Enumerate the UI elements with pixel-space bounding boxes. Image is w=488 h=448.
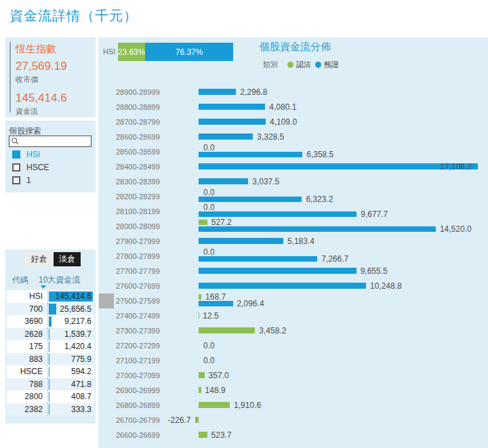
legend-title: 類別 [263,60,278,70]
put-bar[interactable] [199,402,230,408]
column-header-top10-flow[interactable]: 10大資金流 [39,274,80,286]
category-axis-label: 28300-28399 [116,174,190,189]
stock-code: 788 [7,380,43,389]
category-axis-label: 27800-27899 [116,249,190,264]
bear-bar[interactable] [199,89,236,95]
flow-value-cell: 1,420.4 [47,340,93,353]
table-row[interactable]: 1751,420.4 [7,340,94,353]
chart-category-row: 27400-2749912.5 [98,308,488,323]
bear-bar[interactable] [199,256,317,262]
table-row[interactable]: HSI145,414.6 [7,290,94,303]
fund-flow-label: 資金流 [16,106,38,117]
flow-value: 594.2 [71,365,92,378]
data-label: -226.7 [160,415,191,425]
data-label: 10,248.8 [370,281,402,291]
card-accent-line [9,42,11,113]
flow-data-bar [49,367,49,378]
data-label: 9,655.5 [361,266,388,276]
bear-bar[interactable] [199,134,253,140]
bear-bar[interactable] [199,238,283,244]
bear-bar[interactable] [199,104,265,110]
data-label: 527.2 [211,218,232,227]
fund-flow-value: 145,414.6 [16,91,67,105]
category-axis-label: 27000-27099 [116,368,190,383]
category-axis-label: 28800-28899 [116,100,190,115]
dashboard: 資金流詳情（千元） 恆生指數 27,569.19 收市價 145,414.6 資… [0,0,488,448]
stock-code: HSI [7,291,43,301]
bear-bar[interactable] [199,226,436,232]
category-axis-label: 27500-27599 [116,293,190,308]
legend-item-bear[interactable]: 熊證 [311,60,339,70]
stock-code: HSCE [7,367,43,376]
bear-bar[interactable] [199,197,302,202]
category-axis-label: 26600-26699 [116,428,190,443]
flow-data-bar [49,379,49,390]
top10-flow-table: HSI145,414.670025,656.536909,217.626281,… [7,290,94,415]
data-label: 4,109.0 [270,117,297,127]
chart-category-row: 26600-26699523.7 [98,428,488,443]
short-position-button[interactable]: 淡倉 [54,252,81,266]
search-box[interactable] [9,136,92,147]
data-label: 148.9 [205,386,226,395]
flow-value: 775.9 [71,353,92,366]
bear-bar[interactable] [199,119,266,125]
table-row[interactable]: 2800408.7 [7,390,94,403]
category-axis-label: 28600-28699 [116,129,190,144]
bear-bar[interactable] [199,301,233,306]
flow-value-cell: 25,656.5 [47,303,93,316]
table-row[interactable]: 883775.9 [7,353,94,366]
put-bar[interactable] [199,387,201,393]
chart-category-row: 26700-26799-226.7 [98,413,488,428]
data-label: 0.0 [203,203,215,212]
bear-bar[interactable] [199,211,357,217]
table-row[interactable]: 2382333.3 [7,403,94,416]
put-bar[interactable] [199,312,199,319]
table-row[interactable]: 788471.8 [7,378,94,391]
bear-bar[interactable] [199,178,248,184]
chart-category-row: 28500-285990.06,358.5 [98,144,488,159]
stock-code: 175 [7,342,43,351]
put-bar[interactable] [199,432,207,438]
put-bar[interactable] [195,417,199,423]
sort-desc-triangle-icon[interactable] [41,285,46,289]
data-label: 6,358.5 [306,150,333,159]
table-row[interactable]: HSCE594.2 [7,365,94,378]
ratio-segment-熊證: 76.37% [145,43,233,61]
table-row[interactable]: 36909,217.6 [7,315,94,328]
put-bar[interactable] [199,294,201,300]
bear-bar[interactable] [199,152,302,157]
stock-filter-item-hsce[interactable]: HSCE [12,162,49,172]
table-row[interactable]: 70025,656.5 [7,303,94,316]
put-bar[interactable] [199,327,255,333]
category-axis-label: 28400-28499 [116,159,190,174]
bear-bar[interactable] [199,268,357,274]
data-label: 5,183.4 [287,237,314,246]
search-input[interactable] [20,137,87,146]
put-bar[interactable] [199,220,207,225]
flow-value-cell: 594.2 [47,365,93,378]
chart-category-row: 27200-272990.0 [98,338,488,353]
chart-title: 個股資金流分佈 [260,41,331,54]
data-label: 0.0 [203,143,215,152]
stock-code: 883 [7,354,43,364]
chart-category-row: 27700-277999,655.5 [98,264,488,279]
put-bar[interactable] [199,372,205,378]
checkbox-unchecked-icon[interactable] [12,176,20,184]
legend-item-put[interactable]: 認沽 [283,60,311,70]
flow-data-bar [49,317,52,327]
chart-category-row: 28200-282990.06,323.2 [98,189,488,204]
chart-category-row: 28600-286993,328.5 [98,129,488,144]
flow-value: 333.3 [71,403,92,416]
stock-filter-label: HSCE [26,163,49,172]
table-row[interactable]: 26281,539.7 [7,328,94,341]
flow-value-cell: 1,539.7 [47,328,93,341]
stock-filter-item-hsi[interactable]: HSI [12,149,40,159]
bear-bar[interactable] [199,163,478,169]
checkbox-unchecked-icon[interactable] [12,163,20,171]
bear-bar[interactable] [199,283,366,289]
column-header-code[interactable]: 代碼 [12,274,28,286]
checkbox-checked-icon[interactable] [12,150,20,159]
data-label: 0.0 [203,356,215,365]
stock-filter-item-1[interactable]: 1 [12,175,31,185]
long-position-button[interactable]: 好倉 [24,252,54,266]
